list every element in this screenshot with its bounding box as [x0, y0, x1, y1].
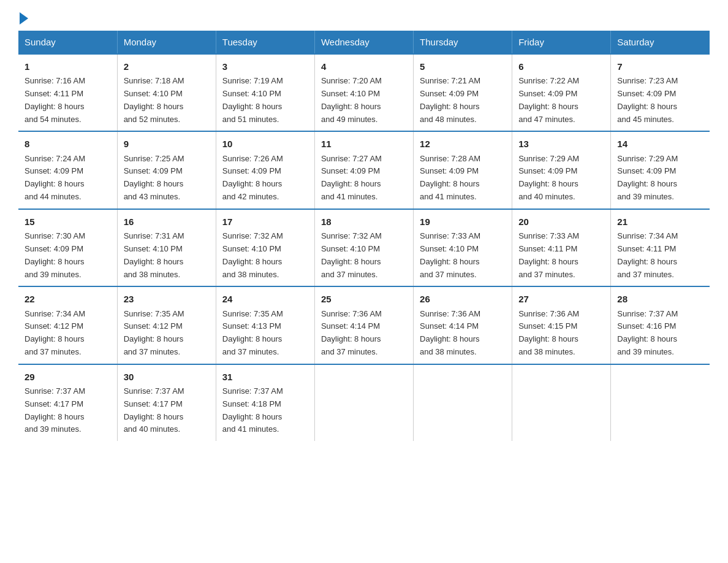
calendar-cell: 24Sunrise: 7:35 AMSunset: 4:13 PMDayligh…	[216, 286, 314, 364]
calendar-cell: 8Sunrise: 7:24 AMSunset: 4:09 PMDaylight…	[18, 131, 117, 209]
day-info: Sunrise: 7:33 AMSunset: 4:11 PMDaylight:…	[518, 230, 604, 281]
calendar-header-tuesday: Tuesday	[216, 31, 314, 54]
day-info: Sunrise: 7:24 AMSunset: 4:09 PMDaylight:…	[25, 153, 111, 204]
day-info: Sunrise: 7:18 AMSunset: 4:10 PMDaylight:…	[124, 75, 210, 126]
day-info: Sunrise: 7:37 AMSunset: 4:16 PMDaylight:…	[617, 308, 703, 359]
day-info: Sunrise: 7:22 AMSunset: 4:09 PMDaylight:…	[518, 75, 604, 126]
day-info: Sunrise: 7:29 AMSunset: 4:09 PMDaylight:…	[617, 153, 703, 204]
calendar-cell: 27Sunrise: 7:36 AMSunset: 4:15 PMDayligh…	[512, 286, 611, 364]
day-number: 9	[124, 137, 210, 151]
day-number: 25	[321, 292, 407, 306]
calendar-cell: 17Sunrise: 7:32 AMSunset: 4:10 PMDayligh…	[216, 209, 314, 286]
day-info: Sunrise: 7:36 AMSunset: 4:14 PMDaylight:…	[420, 308, 506, 359]
calendar-week-row: 22Sunrise: 7:34 AMSunset: 4:12 PMDayligh…	[18, 286, 710, 364]
day-info: Sunrise: 7:36 AMSunset: 4:15 PMDaylight:…	[518, 308, 604, 359]
day-number: 14	[617, 137, 703, 151]
calendar-week-row: 1Sunrise: 7:16 AMSunset: 4:11 PMDaylight…	[18, 54, 710, 131]
day-number: 30	[124, 370, 210, 384]
day-number: 21	[617, 215, 703, 229]
day-number: 23	[124, 292, 210, 306]
calendar-cell: 28Sunrise: 7:37 AMSunset: 4:16 PMDayligh…	[611, 286, 710, 364]
calendar-header-sunday: Sunday	[18, 31, 117, 54]
day-number: 11	[321, 137, 407, 151]
day-number: 31	[222, 370, 308, 384]
day-info: Sunrise: 7:34 AMSunset: 4:11 PMDaylight:…	[617, 230, 703, 281]
calendar-week-row: 8Sunrise: 7:24 AMSunset: 4:09 PMDaylight…	[18, 131, 710, 209]
calendar-cell: 25Sunrise: 7:36 AMSunset: 4:14 PMDayligh…	[314, 286, 413, 364]
calendar-cell: 29Sunrise: 7:37 AMSunset: 4:17 PMDayligh…	[18, 364, 117, 441]
day-number: 29	[25, 370, 111, 384]
day-info: Sunrise: 7:32 AMSunset: 4:10 PMDaylight:…	[321, 230, 407, 281]
calendar-header-monday: Monday	[117, 31, 216, 54]
calendar-week-row: 29Sunrise: 7:37 AMSunset: 4:17 PMDayligh…	[18, 364, 710, 441]
day-info: Sunrise: 7:36 AMSunset: 4:14 PMDaylight:…	[321, 308, 407, 359]
day-info: Sunrise: 7:29 AMSunset: 4:09 PMDaylight:…	[518, 153, 604, 204]
day-number: 3	[222, 59, 308, 74]
day-number: 27	[518, 292, 604, 306]
calendar-cell: 3Sunrise: 7:19 AMSunset: 4:10 PMDaylight…	[216, 54, 314, 131]
calendar-cell: 9Sunrise: 7:25 AMSunset: 4:09 PMDaylight…	[117, 131, 216, 209]
calendar-cell: 30Sunrise: 7:37 AMSunset: 4:17 PMDayligh…	[117, 364, 216, 441]
calendar-cell: 26Sunrise: 7:36 AMSunset: 4:14 PMDayligh…	[414, 286, 512, 364]
day-info: Sunrise: 7:26 AMSunset: 4:09 PMDaylight:…	[222, 153, 308, 204]
calendar-header-row: SundayMondayTuesdayWednesdayThursdayFrid…	[18, 31, 710, 54]
day-number: 16	[124, 215, 210, 229]
calendar-cell	[512, 364, 611, 441]
page-header	[18, 12, 710, 21]
day-number: 22	[25, 292, 111, 306]
day-number: 15	[25, 215, 111, 229]
calendar-cell: 31Sunrise: 7:37 AMSunset: 4:18 PMDayligh…	[216, 364, 314, 441]
day-info: Sunrise: 7:31 AMSunset: 4:10 PMDaylight:…	[124, 230, 210, 281]
day-info: Sunrise: 7:30 AMSunset: 4:09 PMDaylight:…	[25, 230, 111, 281]
calendar-cell	[611, 364, 710, 441]
calendar-header-thursday: Thursday	[414, 31, 512, 54]
day-info: Sunrise: 7:21 AMSunset: 4:09 PMDaylight:…	[420, 75, 506, 126]
calendar-cell: 21Sunrise: 7:34 AMSunset: 4:11 PMDayligh…	[611, 209, 710, 286]
day-number: 26	[420, 292, 506, 306]
calendar-header-friday: Friday	[512, 31, 611, 54]
day-number: 24	[222, 292, 308, 306]
calendar-cell: 15Sunrise: 7:30 AMSunset: 4:09 PMDayligh…	[18, 209, 117, 286]
day-info: Sunrise: 7:37 AMSunset: 4:18 PMDaylight:…	[222, 385, 308, 436]
day-info: Sunrise: 7:19 AMSunset: 4:10 PMDaylight:…	[222, 75, 308, 126]
day-number: 17	[222, 215, 308, 229]
day-info: Sunrise: 7:25 AMSunset: 4:09 PMDaylight:…	[124, 153, 210, 204]
day-info: Sunrise: 7:35 AMSunset: 4:13 PMDaylight:…	[222, 308, 308, 359]
calendar-cell: 12Sunrise: 7:28 AMSunset: 4:09 PMDayligh…	[414, 131, 512, 209]
day-number: 6	[518, 59, 604, 74]
day-number: 4	[321, 59, 407, 74]
calendar-cell: 16Sunrise: 7:31 AMSunset: 4:10 PMDayligh…	[117, 209, 216, 286]
calendar-cell: 7Sunrise: 7:23 AMSunset: 4:09 PMDaylight…	[611, 54, 710, 131]
day-info: Sunrise: 7:34 AMSunset: 4:12 PMDaylight:…	[25, 308, 111, 359]
day-number: 13	[518, 137, 604, 151]
calendar-week-row: 15Sunrise: 7:30 AMSunset: 4:09 PMDayligh…	[18, 209, 710, 286]
day-number: 20	[518, 215, 604, 229]
calendar-table: SundayMondayTuesdayWednesdayThursdayFrid…	[18, 31, 710, 441]
day-info: Sunrise: 7:23 AMSunset: 4:09 PMDaylight:…	[617, 75, 703, 126]
day-number: 1	[25, 59, 111, 74]
calendar-cell: 14Sunrise: 7:29 AMSunset: 4:09 PMDayligh…	[611, 131, 710, 209]
day-number: 18	[321, 215, 407, 229]
day-number: 12	[420, 137, 506, 151]
day-info: Sunrise: 7:32 AMSunset: 4:10 PMDaylight:…	[222, 230, 308, 281]
calendar-cell	[414, 364, 512, 441]
calendar-cell: 20Sunrise: 7:33 AMSunset: 4:11 PMDayligh…	[512, 209, 611, 286]
day-number: 10	[222, 137, 308, 151]
day-number: 2	[124, 59, 210, 74]
calendar-cell: 11Sunrise: 7:27 AMSunset: 4:09 PMDayligh…	[314, 131, 413, 209]
calendar-cell: 10Sunrise: 7:26 AMSunset: 4:09 PMDayligh…	[216, 131, 314, 209]
calendar-cell: 4Sunrise: 7:20 AMSunset: 4:10 PMDaylight…	[314, 54, 413, 131]
day-number: 7	[617, 59, 703, 74]
calendar-cell: 6Sunrise: 7:22 AMSunset: 4:09 PMDaylight…	[512, 54, 611, 131]
day-info: Sunrise: 7:16 AMSunset: 4:11 PMDaylight:…	[25, 75, 111, 126]
calendar-cell: 22Sunrise: 7:34 AMSunset: 4:12 PMDayligh…	[18, 286, 117, 364]
calendar-cell: 19Sunrise: 7:33 AMSunset: 4:10 PMDayligh…	[414, 209, 512, 286]
calendar-cell	[314, 364, 413, 441]
day-info: Sunrise: 7:20 AMSunset: 4:10 PMDaylight:…	[321, 75, 407, 126]
calendar-header-wednesday: Wednesday	[314, 31, 413, 54]
calendar-cell: 1Sunrise: 7:16 AMSunset: 4:11 PMDaylight…	[18, 54, 117, 131]
day-info: Sunrise: 7:37 AMSunset: 4:17 PMDaylight:…	[124, 385, 210, 436]
calendar-cell: 2Sunrise: 7:18 AMSunset: 4:10 PMDaylight…	[117, 54, 216, 131]
calendar-header-saturday: Saturday	[611, 31, 710, 54]
calendar-cell: 18Sunrise: 7:32 AMSunset: 4:10 PMDayligh…	[314, 209, 413, 286]
